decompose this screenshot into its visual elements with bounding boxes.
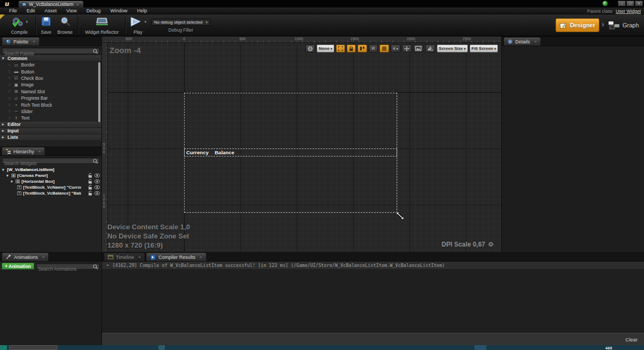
mirror-preview-button[interactable]: [425, 44, 435, 53]
toggle-outlines-button[interactable]: [336, 44, 345, 53]
add-animation-button[interactable]: + Animation: [2, 263, 34, 270]
respect-locks-button[interactable]: R: [369, 44, 378, 53]
favorite-star-icon[interactable]: ☆: [8, 96, 11, 101]
menu-help[interactable]: Help: [132, 8, 152, 13]
details-tab-close-icon[interactable]: ×: [535, 39, 537, 44]
palette-item-image[interactable]: ☆▣Image: [0, 81, 101, 88]
unlocked-icon[interactable]: [88, 173, 92, 178]
flow-direction-dropdown[interactable]: None ▾: [317, 44, 334, 53]
grid-size-dropdown[interactable]: 4 ▾: [391, 44, 400, 53]
designer-viewport[interactable]: Currency Balance 500 0 500 1000 1500 200…: [102, 36, 502, 252]
compiler-results-tab[interactable]: Compiler Results ×: [146, 252, 206, 261]
close-button[interactable]: ×: [635, 1, 643, 6]
compiler-log-row[interactable]: • [4162,29] Compile of W_VcBalanceListIt…: [102, 262, 644, 269]
taskbar-app-button[interactable]: [9, 345, 57, 350]
canvas-textblock-balance[interactable]: Balance: [215, 150, 234, 155]
visibility-eye-icon[interactable]: [94, 191, 100, 195]
palette-item-border[interactable]: ☆▭Border: [0, 62, 101, 68]
hierarchy-tab[interactable]: Hierarchy ×: [2, 147, 45, 155]
grid-snapping-button[interactable]: [379, 44, 389, 53]
menu-window[interactable]: Window: [105, 8, 132, 13]
lock-widgets-button[interactable]: [347, 44, 356, 53]
favorite-star-icon[interactable]: ☆: [8, 83, 11, 87]
compiler-results-body[interactable]: • [4162,29] Compile of W_VcBalanceListIt…: [102, 262, 644, 333]
transform-mode-button[interactable]: [402, 44, 412, 53]
tree-node-horizontal-box[interactable]: ▾ ▥ [Horizontal Box]: [0, 178, 101, 184]
menu-file[interactable]: File: [4, 8, 22, 13]
favorite-star-icon[interactable]: ☆: [8, 116, 11, 121]
compiler-results-tab-close-icon[interactable]: ×: [200, 255, 202, 259]
snap-columns-button[interactable]: [357, 44, 367, 53]
timeline-tab-close-icon[interactable]: ×: [138, 255, 141, 259]
tree-node-root[interactable]: ▾ [W_VcBalanceListItem]: [0, 167, 101, 173]
expand-arrow-icon[interactable]: ▾: [6, 174, 10, 178]
save-button[interactable]: Save: [39, 16, 54, 35]
clear-log-button[interactable]: Clear: [625, 337, 638, 342]
localization-preview-button[interactable]: [305, 44, 315, 53]
fill-screen-dropdown[interactable]: Fill Screen ▾: [470, 44, 498, 53]
favorite-star-icon[interactable]: ☆: [8, 76, 11, 80]
minimize-button[interactable]: –: [618, 1, 626, 6]
visibility-eye-icon[interactable]: [94, 185, 100, 189]
palette-category-input[interactable]: ▸Input: [0, 128, 101, 135]
widget-reflector-button[interactable]: Widget Reflector: [82, 16, 122, 35]
parent-class-link[interactable]: User Widget: [616, 9, 641, 14]
play-options-caret-icon[interactable]: ▾: [144, 20, 147, 24]
palette-tab[interactable]: Palette ×: [2, 37, 40, 46]
hierarchy-search-input[interactable]: [2, 161, 99, 167]
canvas-textblock-currency[interactable]: Currency: [186, 150, 209, 155]
taskbar-tray-segment[interactable]: [474, 345, 486, 350]
palette-category-editor[interactable]: ▸Editor: [0, 122, 101, 128]
unlocked-icon[interactable]: [88, 185, 92, 190]
palette-item-named-slot[interactable]: ☆⊞Named Slot: [0, 88, 101, 95]
menu-view[interactable]: View: [62, 8, 82, 13]
palette-item-progress-bar[interactable]: ☆▱Progress Bar: [0, 95, 101, 101]
palette-item-text[interactable]: ☆TText: [0, 115, 101, 121]
animations-tab[interactable]: Animations ×: [2, 252, 49, 261]
taskbar-start-button[interactable]: [0, 345, 7, 350]
source-control-status-icon[interactable]: [602, 1, 608, 6]
document-tab[interactable]: W_VcBalanceListItem ×: [18, 1, 84, 8]
taskbar-pinned-icon[interactable]: [158, 345, 165, 350]
compile-button[interactable]: ▾ Compile: [4, 16, 34, 35]
favorite-star-icon[interactable]: ☆: [8, 109, 11, 114]
tree-node-textblock-vcbalance[interactable]: T [TextBlock_VcBalance] "Balance": [0, 190, 101, 196]
palette-category-lists[interactable]: ▸Lists: [0, 135, 101, 141]
debug-filter-dropdown[interactable]: No debug object selected ▾: [151, 19, 210, 26]
animations-list-body[interactable]: [0, 272, 101, 345]
timeline-tab[interactable]: Timeline ×: [104, 252, 145, 261]
expand-arrow-icon[interactable]: ▾: [11, 180, 14, 184]
maximize-button[interactable]: □: [626, 1, 634, 6]
palette-item-button[interactable]: ☆▬Button: [0, 68, 101, 75]
details-tab[interactable]: i Details ×: [503, 37, 541, 46]
animations-search-input[interactable]: [36, 266, 99, 272]
document-tab-close-icon[interactable]: ×: [76, 2, 79, 7]
palette-item-check-box[interactable]: ☆☑Check Box: [0, 75, 101, 81]
unlocked-icon[interactable]: [88, 179, 92, 184]
palette-tab-close-icon[interactable]: ×: [33, 39, 35, 44]
gear-icon[interactable]: ⚙: [488, 241, 494, 248]
preview-background-button[interactable]: [413, 44, 423, 53]
visibility-eye-icon[interactable]: [94, 180, 100, 183]
palette-scrollbar[interactable]: [98, 62, 100, 122]
favorite-star-icon[interactable]: ☆: [8, 69, 11, 74]
favorite-star-icon[interactable]: ☆: [8, 102, 11, 107]
designer-mode-button[interactable]: Designer: [555, 18, 599, 32]
animations-tab-close-icon[interactable]: ×: [42, 255, 45, 259]
favorite-star-icon[interactable]: ☆: [8, 89, 11, 94]
unlocked-icon[interactable]: [88, 191, 92, 196]
favorite-star-icon[interactable]: ☆: [8, 63, 11, 68]
graph-mode-button[interactable]: Graph: [608, 19, 639, 31]
palette-item-slider[interactable]: ☆─Slider: [0, 108, 101, 115]
visibility-eye-icon[interactable]: [94, 174, 100, 177]
menu-edit[interactable]: Edit: [22, 8, 40, 13]
screen-size-dropdown[interactable]: Screen Size ▾: [437, 44, 468, 53]
menu-debug[interactable]: Debug: [82, 8, 106, 13]
tree-node-canvas-panel[interactable]: ▾ ▣ [Canvas Panel]: [0, 173, 101, 178]
compile-options-caret-icon[interactable]: ▾: [26, 20, 28, 24]
hierarchy-tab-close-icon[interactable]: ×: [39, 149, 41, 154]
menu-asset[interactable]: Asset: [40, 8, 62, 13]
play-button[interactable]: ▾ Play: [129, 16, 147, 35]
expand-arrow-icon[interactable]: ▾: [2, 168, 5, 172]
tree-node-textblock-vcname[interactable]: T [TextBlock_VcName] "Currency": [0, 184, 101, 190]
